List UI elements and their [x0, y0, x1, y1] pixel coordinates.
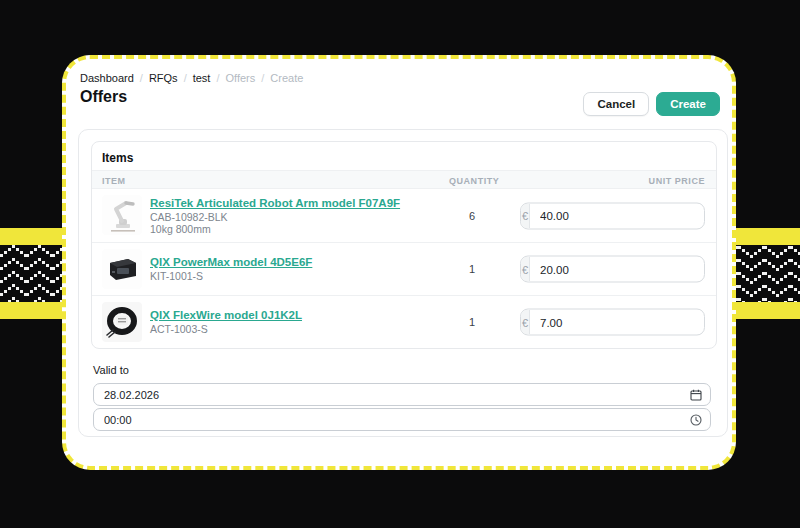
breadcrumb: Dashboard / RFQs / test / Offers / Creat… [80, 72, 303, 84]
breadcrumb-offers: Offers [225, 72, 255, 84]
table-row: ResiTek Articulated Robot Arm model F07A… [92, 189, 716, 242]
product-link[interactable]: QIX FlexWire model 0J1K2L [150, 309, 302, 321]
valid-to-time-field [93, 408, 711, 431]
currency-prefix: € [521, 310, 530, 335]
product-sku: CAB-10982-BLK [150, 211, 400, 223]
breadcrumb-separator: / [184, 72, 187, 84]
quantity-value: 1 [449, 263, 495, 275]
unit-price-field: € [520, 256, 705, 283]
breadcrumb-dashboard[interactable]: Dashboard [80, 72, 134, 84]
product-link[interactable]: ResiTek Articulated Robot Arm model F07A… [150, 197, 400, 209]
offer-create-card: Dashboard / RFQs / test / Offers / Creat… [62, 55, 736, 470]
product-sku: KIT-1001-S [150, 270, 312, 282]
product-image-cable-coil [102, 302, 142, 342]
breadcrumb-test[interactable]: test [193, 72, 211, 84]
breadcrumb-separator: / [140, 72, 143, 84]
create-button[interactable]: Create [656, 92, 720, 116]
page-title: Offers [80, 88, 127, 106]
product-image-robot-arm [102, 195, 142, 235]
currency-prefix: € [521, 203, 530, 228]
product-image-power-supply [102, 249, 142, 289]
column-header-quantity: QUANTITY [449, 176, 495, 186]
header-actions: Cancel Create [583, 92, 720, 116]
breadcrumb-separator: / [261, 72, 264, 84]
valid-to-date-field [93, 383, 711, 406]
currency-prefix: € [521, 257, 530, 282]
column-header-unit-price: UNIT PRICE [649, 176, 705, 186]
items-panel: Items ITEM QUANTITY UNIT PRICE [91, 141, 717, 349]
breadcrumb-separator: / [216, 72, 219, 84]
column-header-item: ITEM [102, 176, 126, 186]
product-sku: ACT-1003-S [150, 323, 302, 335]
product-info: QIX FlexWire model 0J1K2L ACT-1003-S [150, 309, 302, 335]
product-info: ResiTek Articulated Robot Arm model F07A… [150, 197, 400, 235]
unit-price-field: € [520, 202, 705, 229]
table-row: QIX FlexWire model 0J1K2L ACT-1003-S 1 € [92, 295, 716, 348]
quantity-value: 6 [449, 210, 495, 222]
unit-price-input[interactable] [530, 257, 704, 282]
items-section-title: Items [92, 142, 716, 170]
calendar-icon[interactable] [690, 389, 702, 401]
cancel-button[interactable]: Cancel [583, 92, 649, 116]
product-attributes: 10kg 800mm [150, 223, 400, 235]
breadcrumb-rfqs[interactable]: RFQs [149, 72, 178, 84]
unit-price-input[interactable] [530, 310, 704, 335]
quantity-value: 1 [449, 316, 495, 328]
valid-to-label: Valid to [93, 364, 713, 376]
unit-price-input[interactable] [530, 203, 704, 228]
clock-icon[interactable] [690, 414, 702, 426]
date-input[interactable] [94, 384, 710, 405]
product-link[interactable]: QIX PowerMax model 4D5E6F [150, 256, 312, 268]
product-info: QIX PowerMax model 4D5E6F KIT-1001-S [150, 256, 312, 282]
breadcrumb-create: Create [270, 72, 303, 84]
time-input[interactable] [94, 409, 710, 430]
unit-price-field: € [520, 309, 705, 336]
table-header: ITEM QUANTITY UNIT PRICE [92, 170, 716, 189]
offer-form-container: Items ITEM QUANTITY UNIT PRICE [78, 129, 728, 437]
table-row: QIX PowerMax model 4D5E6F KIT-1001-S 1 € [92, 242, 716, 295]
